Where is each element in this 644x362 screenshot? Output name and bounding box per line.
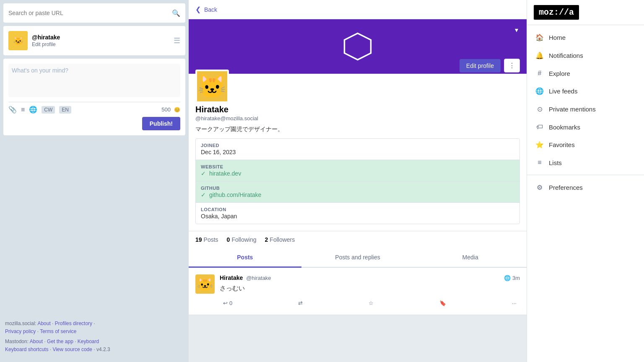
- lang-button[interactable]: EN: [59, 106, 71, 114]
- profile-actions-row: Edit profile ⋮: [229, 59, 520, 72]
- post-author-row: Hiratake @hiratake: [220, 274, 271, 281]
- profile-fields: JOINED Dec 16, 2023 WEBSITE ✓ hiratake.d…: [195, 138, 520, 224]
- bookmarks-icon: 🏷: [535, 123, 544, 131]
- joined-value: Dec 16, 2023: [201, 149, 514, 155]
- footer-version: · v4.2.3: [93, 346, 110, 352]
- sidebar-item-home[interactable]: 🏠 Home: [527, 28, 644, 47]
- reply-count: 0: [229, 300, 232, 306]
- star-nav-icon: ⭐: [535, 141, 544, 149]
- back-bar[interactable]: ❮ Back: [189, 0, 527, 19]
- more-options-button[interactable]: ⋮: [504, 59, 520, 72]
- post-avatar[interactable]: 🐱: [195, 274, 215, 294]
- footer-keyboard-link[interactable]: Keyboard: [78, 339, 99, 344]
- footer-tos-link[interactable]: Terms of service: [40, 328, 76, 334]
- github-link[interactable]: github.com/Hiratake: [209, 191, 262, 198]
- compose-meta: 500 😊: [161, 106, 180, 113]
- avatar[interactable]: 🐱: [8, 31, 28, 50]
- compose-actions: 📎 ≡ 🌐 CW EN: [8, 106, 71, 114]
- publish-button[interactable]: Publish!: [142, 117, 180, 130]
- back-arrow-icon: ❮: [195, 5, 201, 13]
- footer-source-link[interactable]: View source code: [52, 346, 92, 352]
- sidebar-item-home-label: Home: [549, 34, 566, 41]
- sidebar-item-livefeeds-label: Live feeds: [549, 88, 577, 95]
- location-label: LOCATION: [201, 207, 514, 212]
- post-author: Hiratake: [220, 274, 243, 281]
- footer-privacy-link[interactable]: Privacy policy: [5, 328, 36, 334]
- tab-media[interactable]: Media: [414, 248, 527, 268]
- post-content: Hiratake @hiratake 🌐 3m さっむい ↩ 0 ⇄ ☆: [220, 274, 520, 308]
- char-count: 500: [161, 106, 171, 113]
- ellipsis-icon: ···: [512, 300, 517, 306]
- emoji-icon[interactable]: 😊: [174, 107, 180, 113]
- mozilla-logo: moz://a: [527, 0, 644, 25]
- compose-textarea[interactable]: [8, 64, 180, 97]
- nav-divider: [527, 175, 644, 175]
- profile-info-section: 🐱 Edit profile ⋮ Hiratake @hiratake@mozi…: [189, 74, 527, 231]
- sidebar-item-notifications-label: Notifications: [549, 52, 583, 59]
- posts-label: Posts: [204, 236, 218, 243]
- website-check-icon: ✓: [201, 170, 206, 177]
- location-value: Osaka, Japan: [201, 213, 514, 220]
- sidebar-item-preferences-label: Preferences: [549, 184, 583, 191]
- sidebar-item-bookmarks[interactable]: 🏷 Bookmarks: [527, 118, 644, 136]
- sidebar-item-explore[interactable]: # Explore: [527, 65, 644, 82]
- globe-icon[interactable]: 🌐: [29, 106, 37, 114]
- sidebar-item-favorites[interactable]: ⭐ Favorites: [527, 136, 644, 154]
- footer-mastodon-label: Mastodon:: [5, 339, 29, 344]
- github-check-icon: ✓: [201, 191, 206, 198]
- profile-top-row: 🐱 Edit profile ⋮: [195, 74, 520, 103]
- tab-posts-replies[interactable]: Posts and replies: [301, 248, 414, 268]
- left-sidebar: 🔍 🐱 @hiratake Edit profile ☰ 📎 ≡ 🌐 CW EN: [0, 0, 189, 362]
- footer-getapp-link[interactable]: Get the app: [47, 339, 73, 344]
- footer-about-link[interactable]: About: [37, 321, 50, 326]
- search-input[interactable]: [8, 10, 169, 16]
- posts-stat[interactable]: 19 Posts: [195, 236, 218, 243]
- tabs-row: Posts Posts and replies Media: [189, 248, 527, 268]
- footer-shortcuts-link[interactable]: Keyboard shortcuts: [5, 346, 48, 352]
- post-card: 🐱 Hiratake @hiratake 🌐 3m さっむい ↩ 0: [189, 268, 527, 315]
- bio: マークアップ園児でデザイナー。: [195, 126, 520, 133]
- edit-profile-button[interactable]: Edit profile: [460, 59, 501, 72]
- full-handle: @hiratake@mozilla.social: [195, 115, 520, 122]
- logo-box: moz://a: [534, 5, 579, 20]
- reply-button[interactable]: ↩ 0: [220, 298, 236, 308]
- sidebar-item-notifications[interactable]: 🔔 Notifications: [527, 47, 644, 65]
- sidebar-item-private-mentions[interactable]: ⊙ Private mentions: [527, 100, 644, 118]
- website-label: WEBSITE: [201, 164, 514, 169]
- post-handle: @hiratake: [246, 275, 271, 281]
- website-link[interactable]: hiratake.dev: [209, 170, 241, 177]
- footer-about2-link[interactable]: About: [30, 339, 43, 344]
- gear-icon: ⚙: [535, 184, 544, 191]
- profile-left: 🐱 @hiratake Edit profile: [8, 31, 60, 50]
- profile-handle: @hiratake: [32, 34, 60, 41]
- post-time: 🌐 3m: [504, 275, 520, 281]
- large-avatar-emoji: 🐱: [197, 71, 227, 101]
- bookmark-button[interactable]: 🔖: [436, 298, 449, 308]
- header-triangle-icon: ▾: [515, 26, 518, 34]
- following-stat[interactable]: 0 Following: [227, 236, 257, 243]
- github-value: ✓ github.com/Hiratake: [201, 191, 514, 198]
- sidebar-item-livefeeds[interactable]: 🌐 Live feeds: [527, 82, 644, 100]
- posts-count: 19: [195, 236, 202, 243]
- sidebar-item-lists[interactable]: ≡ Lists: [527, 154, 644, 171]
- field-github: GITHUB ✓ github.com/Hiratake: [196, 181, 519, 203]
- cw-button[interactable]: CW: [42, 106, 55, 114]
- sidebar-item-preferences[interactable]: ⚙ Preferences: [527, 178, 644, 197]
- profile-card: 🐱 @hiratake Edit profile ☰: [3, 26, 185, 55]
- poll-icon[interactable]: ≡: [21, 106, 25, 114]
- edit-profile-link[interactable]: Edit profile: [32, 41, 56, 47]
- attach-icon[interactable]: 📎: [8, 106, 17, 114]
- favorite-button[interactable]: ☆: [365, 298, 377, 308]
- globe-small-icon: 🌐: [504, 275, 511, 281]
- main-content: ❮ Back ▾ 🐱 Edit profile ⋮ Hiratake @hira…: [189, 0, 527, 362]
- followers-stat[interactable]: 2 Followers: [265, 236, 295, 243]
- boost-button[interactable]: ⇄: [295, 298, 306, 308]
- more-button[interactable]: ···: [509, 298, 520, 308]
- globe-icon: 🌐: [535, 87, 544, 95]
- svg-marker-0: [345, 34, 371, 60]
- home-icon: 🏠: [535, 34, 544, 41]
- tab-posts[interactable]: Posts: [189, 248, 301, 268]
- footer-profiles-link[interactable]: Profiles directory: [55, 321, 92, 326]
- bell-icon: 🔔: [535, 52, 544, 59]
- hamburger-icon[interactable]: ☰: [174, 36, 180, 45]
